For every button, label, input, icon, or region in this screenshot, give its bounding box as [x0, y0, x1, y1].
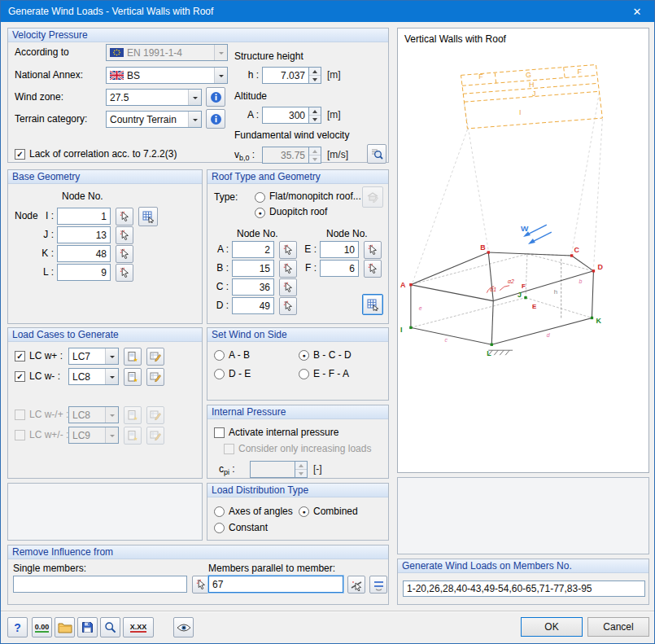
node-c-input[interactable] [232, 278, 274, 296]
lc-wminus-label[interactable]: LC w- : [29, 370, 60, 383]
node-l-pick-button[interactable] [116, 264, 133, 282]
side-de-radio[interactable] [214, 369, 225, 379]
pick-parallel-member-button[interactable] [347, 576, 365, 594]
units-exponent-button[interactable]: X.XX [123, 617, 154, 637]
lc-wplus-checkbox[interactable]: ✓ [15, 351, 25, 361]
node-j-pick-button[interactable] [116, 226, 133, 244]
title-bar[interactable]: Generate Wind Loads - Vertical Walls wit… [1, 1, 654, 22]
select-nodes-table-button[interactable] [362, 294, 383, 315]
node-j-input[interactable] [57, 226, 111, 243]
activate-internal-pressure-checkbox[interactable] [214, 427, 225, 438]
spinner-buttons[interactable] [309, 107, 321, 124]
axes-of-angles-label[interactable]: Axes of angles [229, 506, 293, 518]
node-e-input[interactable] [320, 241, 359, 258]
national-annex-select[interactable]: BS [106, 67, 228, 84]
parallel-members-button[interactable] [369, 576, 387, 594]
spin-up-icon[interactable] [309, 68, 321, 76]
cancel-button[interactable]: Cancel [587, 617, 649, 637]
node-d-input[interactable] [232, 297, 274, 314]
wind-velocity-library-button[interactable] [367, 144, 386, 164]
spin-up-icon[interactable] [309, 107, 321, 116]
side-efa-label[interactable]: E - F - A [313, 368, 349, 380]
decimal-places-button[interactable]: 0.00 [32, 617, 52, 637]
lc-wminus-checkbox[interactable]: ✓ [15, 371, 25, 382]
terrain-info-button[interactable] [206, 109, 225, 129]
lack-of-correlation-checkbox[interactable]: ✓ [15, 149, 25, 160]
members-parallel-label: Members parallel to member: [208, 563, 335, 575]
terrain-category-label: Terrain category: [15, 113, 87, 125]
save-settings-button[interactable] [77, 617, 98, 637]
node-a-pick-button[interactable] [279, 241, 297, 259]
side-ab-label[interactable]: A - B [229, 349, 250, 361]
structure-height-spinner[interactable] [262, 67, 321, 84]
activate-internal-pressure-label[interactable]: Activate internal pressure [229, 427, 338, 439]
eye-icon [177, 623, 191, 633]
dropdown-arrow-icon[interactable] [188, 90, 201, 105]
axes-of-angles-radio[interactable] [214, 506, 225, 517]
side-de-label[interactable]: D - E [229, 368, 251, 380]
lc-wplus-select[interactable]: LC7 [68, 348, 119, 365]
constant-label[interactable]: Constant [229, 522, 268, 534]
open-settings-button[interactable] [55, 617, 75, 637]
flat-monopitch-label[interactable]: Flat/monopitch roof... [269, 191, 361, 203]
single-members-input[interactable] [13, 576, 187, 593]
side-efa-radio[interactable] [299, 369, 309, 379]
internal-pressure-title: Internal Pressure [207, 405, 388, 419]
side-ab-radio[interactable] [214, 350, 225, 361]
combined-radio[interactable]: ● [299, 506, 309, 517]
flat-monopitch-radio[interactable] [255, 192, 265, 203]
lc-wplus-new-button[interactable] [124, 348, 142, 366]
node-j-label: J : [33, 229, 54, 241]
dropdown-arrow-icon [214, 45, 227, 60]
combined-label[interactable]: Combined [313, 506, 358, 518]
generate-members-input[interactable] [403, 580, 645, 597]
node-d-pick-button[interactable] [279, 297, 297, 315]
wind-zone-select[interactable]: 27.5 [106, 89, 202, 106]
node-k-pick-button[interactable] [116, 245, 133, 263]
node-i-pick-button[interactable] [116, 208, 133, 226]
duopitch-label[interactable]: Duopitch roof [269, 206, 327, 218]
lc-wminus-edit-button[interactable] [146, 368, 164, 386]
dropdown-arrow-icon[interactable] [105, 348, 118, 364]
spin-down-icon[interactable] [309, 116, 321, 123]
spin-down-icon [309, 156, 321, 163]
help-button[interactable]: ? [7, 617, 28, 637]
ok-button[interactable]: OK [521, 617, 583, 637]
pick-node-icon [120, 267, 130, 278]
lc-wplus-edit-button[interactable] [146, 348, 164, 366]
side-bcd-label[interactable]: B - C - D [313, 349, 352, 361]
search-button[interactable] [100, 617, 120, 637]
members-parallel-input[interactable] [208, 576, 343, 593]
close-button[interactable]: ✕ [620, 1, 654, 22]
lc-wplus-label[interactable]: LC w+ : [29, 350, 63, 362]
structure-height-input[interactable] [262, 67, 309, 84]
node-f-pick-button[interactable] [364, 260, 382, 278]
spinner-buttons[interactable] [309, 67, 321, 84]
node-e-pick-button[interactable] [364, 241, 382, 259]
node-l-input[interactable] [57, 264, 111, 281]
side-bcd-radio[interactable]: ● [299, 350, 309, 361]
node-k-input[interactable] [57, 245, 111, 262]
node-b-pick-button[interactable] [279, 260, 297, 278]
node-b-input[interactable] [232, 260, 274, 277]
spin-down-icon[interactable] [309, 76, 321, 83]
dropdown-arrow-icon[interactable] [188, 112, 201, 127]
lc-wminus-new-button[interactable] [124, 368, 142, 386]
terrain-category-select[interactable]: Country Terrain [106, 111, 202, 128]
lack-of-correlation-label[interactable]: Lack of correlation acc. to 7.2.2(3) [29, 148, 177, 160]
display-button[interactable] [173, 617, 194, 637]
altitude-input[interactable] [262, 107, 309, 124]
node-c-pick-button[interactable] [279, 278, 297, 296]
duopitch-radio[interactable]: ● [255, 208, 265, 218]
single-members-pick-button[interactable] [192, 576, 210, 594]
node-f-input[interactable] [320, 260, 359, 277]
node-i-select-table-button[interactable] [138, 207, 158, 226]
lc-wminus-select[interactable]: LC8 [68, 368, 119, 385]
node-i-input[interactable] [57, 208, 111, 225]
dropdown-arrow-icon[interactable] [214, 68, 227, 83]
dropdown-arrow-icon[interactable] [105, 369, 118, 384]
wind-zone-info-button[interactable] [206, 87, 225, 107]
constant-radio[interactable] [214, 523, 225, 533]
node-a-input[interactable] [232, 241, 274, 258]
altitude-spinner[interactable] [262, 107, 321, 124]
